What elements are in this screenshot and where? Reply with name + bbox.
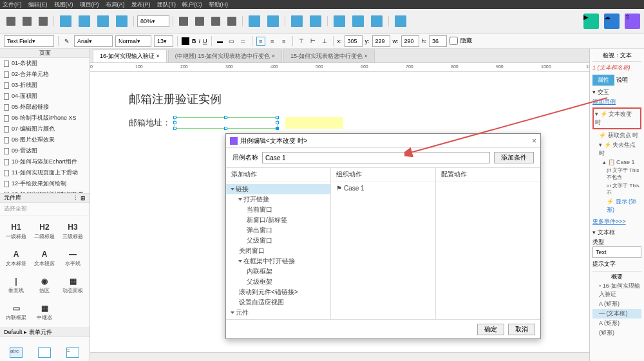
more-events-link[interactable]: 更多事件>>> [592,218,641,226]
underline-icon[interactable]: U [203,38,207,44]
border-icon[interactable]: ▭ [227,37,236,46]
menu-item[interactable]: 发布(P) [131,1,151,9]
form-widget[interactable]: ≡ [66,347,79,358]
action-tree-item[interactable]: 链接 [226,184,330,194]
page-item[interactable]: 07-编辑图片颜色 [0,124,90,134]
action-tree-item[interactable]: 滚动到元件<锚链接> [226,287,330,297]
add-case-link[interactable]: 添加用例 [592,98,641,106]
action-tree-item[interactable]: 在框架中打开链接 [226,256,330,266]
menu-item[interactable]: 编辑(E) [28,1,48,9]
case-name-input[interactable] [262,152,490,163]
italic-icon[interactable]: I [199,38,201,44]
type-dropdown[interactable]: Text [592,246,641,258]
widget-item[interactable]: H2二级标题 [31,218,58,244]
h-input[interactable]: 36 [429,35,447,47]
widget-type-dropdown[interactable]: Text Field ▾ [4,35,54,47]
tool-icon[interactable] [371,15,383,27]
widget-item[interactable]: ◉热区 [31,272,58,298]
hidden-checkbox[interactable] [450,37,458,45]
tab[interactable]: 15-如何实现表格选中行变色 × [283,50,375,62]
cancel-button[interactable]: 取消 [508,324,535,335]
validation-box[interactable] [285,117,343,129]
x-input[interactable]: 305 [345,35,363,47]
cut-icon[interactable] [6,17,15,26]
form-widget[interactable] [38,347,51,358]
page-item[interactable]: 08-图片处理效果 [0,134,90,145]
valign-icon[interactable]: ⊥ [320,37,329,46]
dialog-titlebar[interactable]: 用例编辑<文本改变 时> × [226,134,540,148]
share-button[interactable]: ⇧ [625,14,640,29]
form-widget[interactable]: abc [10,347,23,358]
menu-item[interactable]: 文件(F) [3,1,22,9]
menu-item[interactable]: 项目(P) [80,1,99,9]
widget-name[interactable]: 1 (文本框名称) [592,64,641,72]
page-item[interactable]: 01-条状图 [0,58,90,69]
interactions-section[interactable]: ▾ 交互 [592,88,641,97]
tool-icon[interactable] [60,15,71,27]
page-item[interactable]: 12-手绘效果如何绘制 [0,178,90,189]
valign-icon[interactable]: ⊢ [308,37,317,46]
properties-tab[interactable]: 属性 [592,75,614,86]
action-tree-item[interactable]: 关闭窗口 [226,246,330,256]
outline-item[interactable]: — (文本框) [592,309,641,319]
menu-item[interactable]: 布局(A) [106,1,125,9]
widget-item[interactable]: H3三级标题 [59,218,86,244]
menu-item[interactable]: 团队(T) [157,1,176,9]
distribute-icon[interactable] [267,15,279,27]
distribute-icon[interactable] [249,15,260,27]
tool-icon[interactable] [97,15,109,27]
page-item[interactable]: 06-绘制手机版iPhone XS [0,113,90,124]
page-item[interactable]: 10-如何与添加Echart组件 [0,156,90,167]
zoom-dropdown[interactable]: 80% ▾ [137,15,169,27]
case-item[interactable]: ▴ 📋 Case 1 [592,158,641,166]
widget-item[interactable]: A文本段落 [31,245,58,271]
lock-icon[interactable] [334,15,345,27]
size-dropdown[interactable]: 13 ▾ [154,35,173,47]
group-icon[interactable] [291,15,303,27]
eyedropper-icon[interactable]: ✎ [62,37,71,46]
menu-item[interactable]: 视图(V) [54,1,73,9]
lost-focus-event[interactable]: ▾ ⚡ 失去焦点 时 [592,140,641,158]
align-icon[interactable] [195,17,204,26]
page-item[interactable]: 02-合并单元格 [0,69,90,80]
horizontal-scrollbar[interactable] [90,352,589,361]
tool-icon[interactable] [352,15,364,27]
ok-button[interactable]: 确定 [477,324,504,335]
valign-icon[interactable]: ⊤ [297,37,306,46]
y-input[interactable]: 229 [372,35,390,47]
outline-item[interactable]: A (矩形) [592,299,641,309]
org-case-item[interactable]: ⚑ Case 1 [331,184,435,192]
case-action[interactable]: ⚡ 显示 (矩形) [592,197,641,215]
menu-item[interactable]: 帐户(C) [182,1,202,9]
get-focus-event[interactable]: ⚡ 获取焦点 时 [592,131,641,140]
action-tree-item[interactable]: 当前窗口 [226,205,330,215]
tool-icon[interactable] [395,15,406,27]
tab[interactable]: (中继器) 15-如何实现表格选中行变色 × [168,50,282,62]
action-tree-item[interactable]: 打开链接 [226,194,330,205]
text-change-event[interactable]: ▾ ⚡ 文本改变 时 [592,107,641,129]
page-item[interactable]: 05-外部超链接 [0,102,90,113]
weight-dropdown[interactable]: Normal ▾ [115,35,151,47]
ungroup-icon[interactable] [310,15,321,27]
widget-item[interactable]: A文本标签 [3,245,30,271]
align-right-icon[interactable]: ≡ [279,37,289,46]
widget-item[interactable]: |垂直线 [3,272,30,298]
page-item[interactable]: 09-雷达图 [0,145,90,156]
publish-button[interactable]: ☁ [604,14,620,29]
menu-item[interactable]: 帮助(H) [209,1,229,9]
bold-icon[interactable]: B [192,38,196,44]
tool-icon[interactable] [79,15,90,27]
outline-item[interactable]: A (矩形) [592,319,641,328]
color-icon[interactable] [182,37,189,45]
action-tree-item[interactable]: 弹出窗口 [226,225,330,236]
widget-item[interactable]: ▦动态面板 [59,272,86,298]
fill-icon[interactable]: ▬ [216,37,225,46]
action-tree-item[interactable]: 父级框架 [226,277,330,287]
widget-item[interactable]: —水平线 [59,245,86,271]
align-icon[interactable] [211,17,220,26]
widget-item[interactable]: ▦中继器 [31,299,58,325]
library-search[interactable]: 选择全部 [0,203,90,216]
action-tree-item[interactable]: 新窗口/新标签 [226,215,330,225]
align-icon[interactable] [179,17,188,26]
w-input[interactable]: 290 [401,35,419,47]
